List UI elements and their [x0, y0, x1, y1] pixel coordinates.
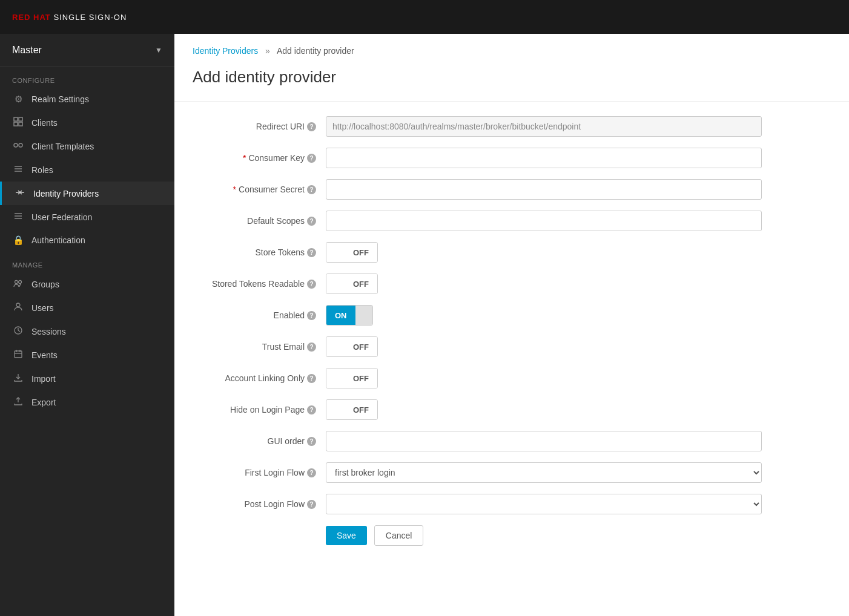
trust-email-help-icon[interactable]: ? — [307, 342, 316, 352]
sidebar-item-identity-providers[interactable]: Identity Providers — [0, 182, 174, 205]
redirect-uri-label: Redirect URI ? — [193, 122, 326, 131]
redirect-uri-control — [326, 116, 762, 137]
account-linking-only-row: Account Linking Only ? OFF — [193, 368, 762, 388]
user-federation-icon — [12, 211, 24, 223]
page-title: Add identity provider — [174, 62, 849, 102]
sidebar-item-label: Export — [31, 398, 56, 407]
svg-rect-20 — [15, 351, 22, 358]
realm-settings-icon: ⚙ — [12, 94, 24, 105]
events-icon — [12, 349, 24, 361]
save-button[interactable]: Save — [326, 526, 367, 545]
sidebar-item-user-federation[interactable]: User Federation — [0, 205, 174, 229]
default-scopes-help-icon[interactable]: ? — [307, 217, 316, 226]
enabled-toggle[interactable]: ON — [326, 305, 373, 326]
breadcrumb-parent-link[interactable]: Identity Providers — [193, 46, 258, 56]
enabled-row: Enabled ? ON — [193, 305, 762, 326]
account-linking-only-toggle[interactable]: OFF — [326, 368, 378, 388]
toggle-blank — [326, 369, 345, 388]
redirect-uri-input[interactable] — [326, 116, 762, 137]
hide-on-login-page-label: Hide on Login Page ? — [193, 405, 326, 414]
cancel-button[interactable]: Cancel — [374, 525, 424, 546]
sidebar-item-events[interactable]: Events — [0, 343, 174, 367]
consumer-secret-help-icon[interactable]: ? — [307, 185, 316, 194]
import-icon — [12, 373, 24, 384]
realm-selector[interactable]: Master ▼ — [0, 34, 174, 67]
store-tokens-toggle[interactable]: OFF — [326, 242, 378, 263]
toggle-off-label: OFF — [345, 369, 377, 388]
trust-email-row: Trust Email ? OFF — [193, 336, 762, 357]
configure-section-label: Configure — [0, 67, 174, 88]
hide-on-login-page-toggle[interactable]: OFF — [326, 399, 378, 420]
sidebar-item-client-templates[interactable]: Client Templates — [0, 134, 174, 158]
identity-providers-icon — [14, 188, 26, 199]
post-login-flow-help-icon[interactable]: ? — [307, 500, 316, 509]
sidebar-item-label: Events — [31, 350, 58, 360]
gui-order-row: GUI order ? — [193, 431, 762, 451]
first-login-flow-row: First Login Flow ? first broker login — [193, 462, 762, 483]
store-tokens-control: OFF — [326, 242, 762, 263]
sidebar: Master ▼ Configure ⚙ Realm Settings Clie… — [0, 34, 174, 616]
sidebar-item-users[interactable]: Users — [0, 296, 174, 319]
hide-on-login-page-help-icon[interactable]: ? — [307, 405, 316, 414]
toggle-blank — [326, 400, 345, 419]
logo: RED HAT SINGLE SIGN-ON — [12, 13, 127, 22]
first-login-flow-control: first broker login — [326, 462, 762, 483]
breadcrumb: Identity Providers » Add identity provid… — [174, 34, 849, 62]
toggle-off-label: OFF — [345, 337, 377, 356]
sidebar-item-realm-settings[interactable]: ⚙ Realm Settings — [0, 88, 174, 111]
svg-point-15 — [19, 281, 22, 284]
sidebar-item-sessions[interactable]: Sessions — [0, 319, 174, 343]
default-scopes-input[interactable] — [326, 211, 762, 231]
gui-order-input[interactable] — [326, 431, 762, 451]
stored-tokens-readable-toggle[interactable]: OFF — [326, 274, 378, 294]
enabled-control: ON — [326, 305, 762, 326]
main-content: Identity Providers » Add identity provid… — [174, 34, 849, 616]
first-login-flow-select[interactable]: first broker login — [326, 462, 762, 483]
svg-rect-0 — [14, 117, 18, 121]
redirect-uri-help-icon[interactable]: ? — [307, 122, 316, 131]
gui-order-help-icon[interactable]: ? — [307, 437, 316, 446]
svg-rect-2 — [14, 122, 18, 126]
consumer-secret-label: * Consumer Secret ? — [193, 185, 326, 194]
enabled-label: Enabled ? — [193, 310, 326, 320]
account-linking-only-help-icon[interactable]: ? — [307, 374, 316, 383]
toggle-off-label: OFF — [345, 274, 377, 293]
first-login-flow-help-icon[interactable]: ? — [307, 468, 316, 477]
sidebar-item-roles[interactable]: Roles — [0, 158, 174, 182]
client-templates-icon — [12, 140, 24, 152]
toggle-blank — [326, 337, 345, 356]
logo-product: SINGLE SIGN-ON — [53, 13, 127, 22]
account-linking-only-control: OFF — [326, 368, 762, 388]
store-tokens-label: Store Tokens ? — [193, 247, 326, 257]
sidebar-item-authentication[interactable]: 🔒 Authentication — [0, 229, 174, 252]
consumer-secret-row: * Consumer Secret ? — [193, 179, 762, 200]
default-scopes-label: Default Scopes ? — [193, 216, 326, 226]
sidebar-item-label: Clients — [31, 118, 58, 128]
consumer-key-control — [326, 148, 762, 168]
trust-email-label: Trust Email ? — [193, 342, 326, 352]
post-login-flow-select[interactable] — [326, 494, 762, 514]
sidebar-item-label: Import — [31, 374, 56, 384]
trust-email-toggle[interactable]: OFF — [326, 336, 378, 357]
sidebar-item-label: Sessions — [31, 327, 66, 336]
post-login-flow-row: Post Login Flow ? — [193, 494, 762, 514]
sidebar-item-label: Users — [31, 303, 54, 313]
breadcrumb-current: Add identity provider — [277, 46, 354, 56]
consumer-key-help-icon[interactable]: ? — [307, 154, 316, 163]
sidebar-item-label: Authentication — [31, 235, 85, 245]
sidebar-item-export[interactable]: Export — [0, 390, 174, 414]
sidebar-item-import[interactable]: Import — [0, 367, 174, 390]
sidebar-item-groups[interactable]: Groups — [0, 272, 174, 296]
default-scopes-row: Default Scopes ? — [193, 211, 762, 231]
svg-line-19 — [18, 330, 20, 332]
consumer-secret-control — [326, 179, 762, 200]
sidebar-item-label: Roles — [31, 165, 53, 175]
enabled-help-icon[interactable]: ? — [307, 311, 316, 320]
consumer-key-input[interactable] — [326, 148, 762, 168]
stored-tokens-readable-help-icon[interactable]: ? — [307, 280, 316, 289]
sidebar-item-clients[interactable]: Clients — [0, 111, 174, 134]
svg-point-16 — [16, 303, 20, 307]
store-tokens-help-icon[interactable]: ? — [307, 248, 316, 257]
consumer-secret-input[interactable] — [326, 179, 762, 200]
toggle-off-label — [355, 306, 372, 325]
